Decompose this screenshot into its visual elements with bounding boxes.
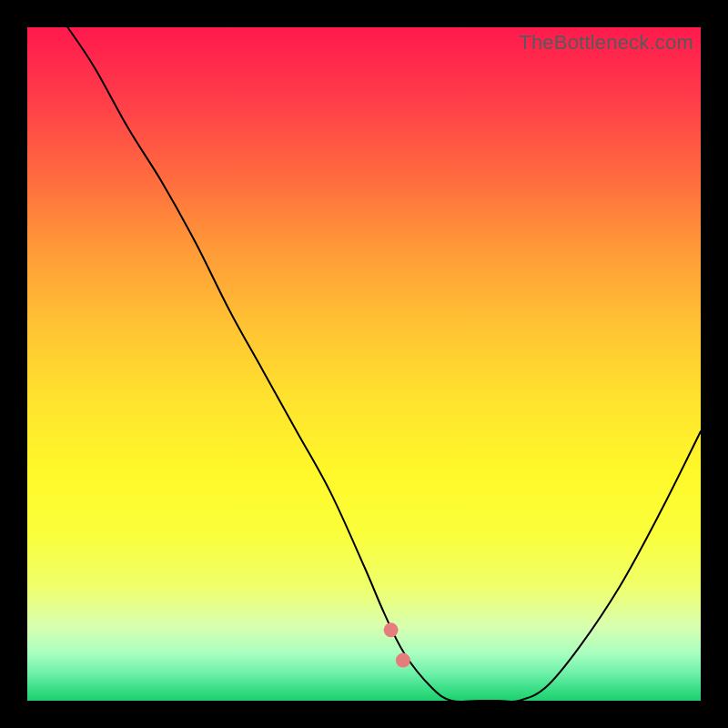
chart-area: TheBottleneck.com: [27, 27, 701, 701]
highlight-markers: [384, 622, 560, 701]
bottleneck-curve: [67, 27, 701, 702]
marker-pill: [522, 673, 560, 701]
plot-svg: [27, 27, 701, 701]
marker-dot: [384, 622, 399, 637]
marker-dot: [396, 653, 410, 668]
